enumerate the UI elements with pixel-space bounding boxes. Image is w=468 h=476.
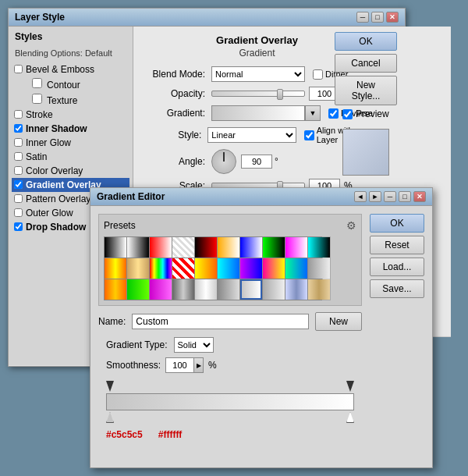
preset-9[interactable] bbox=[285, 237, 307, 258]
texture-checkbox[interactable] bbox=[32, 94, 42, 104]
smoothness-input[interactable] bbox=[166, 358, 193, 372]
ge-nav-left-button[interactable]: ◄ bbox=[354, 191, 367, 202]
color-overlay-label: Color Overlay bbox=[26, 165, 83, 176]
opacity-stop-right[interactable] bbox=[346, 381, 354, 392]
maximize-button[interactable]: □ bbox=[371, 12, 384, 23]
opacity-stop-left[interactable] bbox=[106, 381, 114, 392]
preset-12[interactable] bbox=[127, 258, 149, 279]
preset-5[interactable] bbox=[195, 237, 217, 258]
sidebar-item-texture[interactable]: Texture bbox=[12, 92, 129, 108]
contour-checkbox[interactable] bbox=[32, 78, 42, 88]
preset-22[interactable] bbox=[127, 279, 149, 300]
blend-mode-select[interactable]: Normal Dissolve Multiply bbox=[211, 66, 305, 82]
gradient-bar[interactable] bbox=[106, 393, 354, 410]
ge-maximize-button[interactable]: □ bbox=[399, 191, 411, 202]
style-select[interactable]: Linear Radial Angle bbox=[207, 127, 296, 143]
ge-body: Presets ⚙ bbox=[90, 206, 432, 448]
preset-1[interactable] bbox=[105, 237, 126, 258]
minimize-button[interactable]: ─ bbox=[356, 12, 369, 23]
stroke-checkbox[interactable] bbox=[14, 110, 23, 119]
color-overlay-checkbox[interactable] bbox=[14, 166, 23, 175]
preset-8[interactable] bbox=[263, 237, 285, 258]
bevel-emboss-checkbox[interactable] bbox=[14, 65, 23, 73]
align-with-layer-checkbox[interactable] bbox=[304, 130, 314, 140]
cancel-button[interactable]: Cancel bbox=[335, 54, 397, 73]
sidebar-item-bevel-emboss[interactable]: Bevel & Emboss bbox=[12, 62, 129, 76]
angle-input[interactable] bbox=[241, 155, 272, 169]
new-button[interactable]: New bbox=[315, 312, 362, 331]
preset-11[interactable] bbox=[105, 258, 126, 279]
drop-shadow-checkbox[interactable] bbox=[14, 222, 23, 231]
outer-glow-label: Outer Glow bbox=[26, 208, 73, 218]
preset-4[interactable] bbox=[172, 237, 194, 258]
new-style-button[interactable]: New Style... bbox=[335, 76, 397, 105]
gradient-overlay-checkbox[interactable] bbox=[14, 180, 23, 189]
ge-load-button[interactable]: Load... bbox=[370, 258, 424, 276]
preset-16[interactable] bbox=[218, 258, 239, 279]
preset-21[interactable] bbox=[105, 279, 126, 300]
smoothness-arrow[interactable]: ▶ bbox=[193, 358, 203, 372]
sidebar-item-contour[interactable]: Contour bbox=[12, 76, 129, 92]
gradient-label: Gradient: bbox=[141, 108, 211, 119]
preset-19[interactable] bbox=[285, 258, 307, 279]
preset-20[interactable] bbox=[308, 258, 330, 279]
color-stop-right[interactable] bbox=[346, 412, 354, 423]
sidebar-item-inner-glow[interactable]: Inner Glow bbox=[12, 136, 129, 150]
bevel-emboss-label: Bevel & Emboss bbox=[26, 64, 94, 75]
ge-ok-button[interactable]: OK bbox=[370, 214, 424, 233]
preset-28[interactable] bbox=[263, 279, 285, 300]
opacity-slider[interactable] bbox=[211, 91, 305, 97]
preset-6[interactable] bbox=[218, 237, 239, 258]
side-buttons: OK Cancel New Style... Preview bbox=[335, 32, 397, 176]
close-button[interactable]: ✕ bbox=[386, 12, 399, 23]
angle-unit: ° bbox=[275, 156, 278, 167]
preview-checkbox[interactable] bbox=[342, 109, 353, 119]
preset-24[interactable] bbox=[172, 279, 194, 300]
angle-line bbox=[223, 152, 225, 162]
blending-options-label[interactable]: Blending Options: Default bbox=[12, 47, 129, 59]
ge-close-button[interactable]: ✕ bbox=[413, 191, 426, 202]
preset-26[interactable] bbox=[218, 279, 239, 300]
gradient-bar-container bbox=[106, 381, 354, 423]
preset-14[interactable] bbox=[172, 258, 194, 279]
ge-minimize-button[interactable]: ─ bbox=[384, 191, 396, 202]
angle-dial[interactable] bbox=[211, 149, 236, 174]
ok-button[interactable]: OK bbox=[335, 32, 397, 51]
sidebar-item-color-overlay[interactable]: Color Overlay bbox=[12, 164, 129, 178]
gear-icon[interactable]: ⚙ bbox=[346, 219, 356, 232]
sidebar-item-satin[interactable]: Satin bbox=[12, 150, 129, 164]
preset-15[interactable] bbox=[195, 258, 217, 279]
name-row: Name: New bbox=[98, 312, 362, 331]
gradient-dropdown-button[interactable]: ▼ bbox=[305, 105, 321, 121]
sidebar-item-stroke[interactable]: Stroke bbox=[12, 108, 129, 122]
preset-25[interactable] bbox=[195, 279, 217, 300]
preset-30[interactable] bbox=[308, 279, 330, 300]
preset-23[interactable] bbox=[150, 279, 172, 300]
preset-3[interactable] bbox=[150, 237, 172, 258]
color-stop-left[interactable] bbox=[106, 412, 114, 423]
ge-nav-right-button[interactable]: ► bbox=[369, 191, 381, 202]
preset-7[interactable] bbox=[240, 237, 262, 258]
inner-shadow-checkbox[interactable] bbox=[14, 124, 23, 133]
preset-27[interactable] bbox=[240, 279, 262, 300]
preset-17[interactable] bbox=[240, 258, 262, 279]
smoothness-unit: % bbox=[208, 360, 217, 371]
preset-13[interactable] bbox=[150, 258, 172, 279]
gradient-type-select[interactable]: Solid Noise bbox=[174, 337, 214, 353]
inner-glow-checkbox[interactable] bbox=[14, 138, 23, 147]
preset-29[interactable] bbox=[285, 279, 307, 300]
satin-checkbox[interactable] bbox=[14, 152, 23, 161]
preset-10[interactable] bbox=[308, 237, 330, 258]
pattern-overlay-checkbox[interactable] bbox=[14, 194, 23, 203]
outer-glow-checkbox[interactable] bbox=[14, 208, 23, 217]
preset-2[interactable] bbox=[127, 237, 149, 258]
opacity-slider-thumb[interactable] bbox=[277, 89, 283, 100]
gradient-preview[interactable] bbox=[211, 105, 305, 121]
preset-18[interactable] bbox=[263, 258, 285, 279]
dither-checkbox[interactable] bbox=[313, 69, 323, 80]
ge-reset-button[interactable]: Reset bbox=[370, 236, 424, 254]
name-input[interactable] bbox=[132, 314, 309, 329]
sidebar-item-inner-shadow[interactable]: Inner Shadow bbox=[12, 122, 129, 136]
ge-save-button[interactable]: Save... bbox=[370, 279, 424, 298]
inner-glow-label: Inner Glow bbox=[26, 137, 71, 148]
